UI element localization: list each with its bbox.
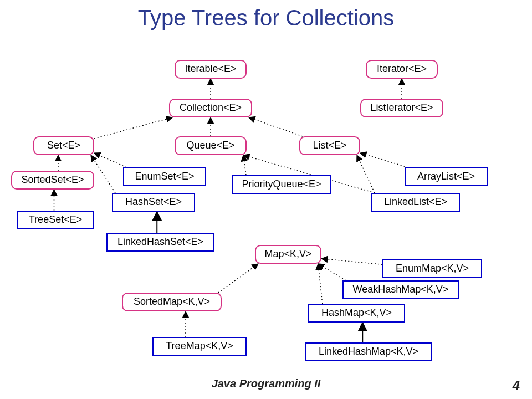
node-treeset: TreeSet<E> — [17, 211, 94, 229]
node-listiterator: ListIerator<E> — [360, 99, 443, 117]
edge-enummap-to-map — [321, 259, 382, 264]
node-linkedhashmap: LinkedHashMap<K,V> — [305, 342, 432, 361]
node-enumset: EnumSet<E> — [123, 167, 206, 186]
node-sortedmap: SortedMap<K,V> — [122, 293, 222, 311]
edge-hashset-to-set — [91, 155, 115, 193]
node-linkedhashset: LinkedHashSet<E> — [106, 233, 214, 252]
node-collection: Collection<E> — [169, 99, 252, 117]
edge-sortedmap-to-map — [218, 264, 258, 293]
node-linkedlist: LinkedList<E> — [371, 193, 460, 212]
node-weakhashmap: WeakHashMap<K,V> — [342, 280, 459, 299]
node-iterator: Iterator<E> — [366, 60, 438, 79]
node-sortedset: SortedSet<E> — [11, 171, 94, 190]
diagram-stage: Type Trees for Collections Iterable<E>It… — [0, 0, 532, 399]
edge-set-to-collection — [94, 117, 172, 139]
node-arraylist: ArrayList<E> — [405, 167, 488, 186]
node-list: List<E> — [299, 136, 360, 155]
node-map: Map<K,V> — [255, 245, 321, 264]
footer-page: 4 — [513, 378, 520, 393]
edge-priorityqueue-to-queue — [243, 155, 246, 175]
node-enummap: EnumMap<K,V> — [382, 259, 482, 278]
edge-enumset-to-set — [94, 153, 126, 167]
slide-title: Type Trees for Collections — [0, 6, 532, 30]
node-set: Set<E> — [33, 136, 94, 155]
footer-course: Java Programming II — [0, 377, 532, 390]
node-queue: Queue<E> — [175, 136, 247, 155]
node-hashset: HashSet<E> — [112, 193, 195, 212]
edge-weakhashmap-to-map — [318, 264, 346, 280]
edge-linkedlist-to-list — [357, 155, 375, 193]
edge-list-to-collection — [249, 117, 303, 136]
edge-arraylist-to-list — [360, 153, 408, 167]
node-priorityqueue: PriorityQueue<E> — [232, 175, 331, 194]
edge-hashmap-to-map — [318, 264, 323, 304]
node-treemap: TreeMap<K,V> — [152, 337, 247, 356]
node-iterable: Iterable<E> — [175, 60, 247, 79]
node-hashmap: HashMap<K,V> — [308, 304, 405, 323]
